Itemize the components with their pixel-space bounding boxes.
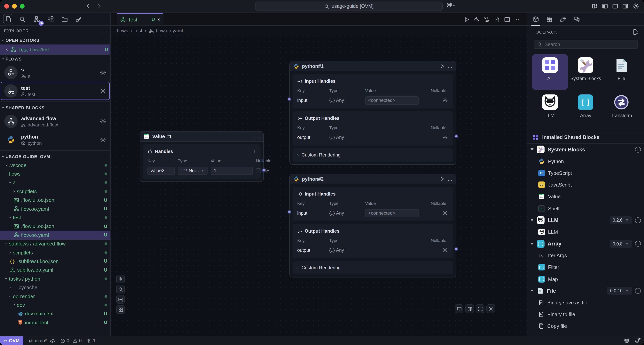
info-icon[interactable]: i: [635, 147, 641, 152]
gear-icon[interactable]: [442, 247, 448, 253]
group-system-blocks[interactable]: System Blocks i: [527, 144, 644, 155]
run-flow-icon[interactable]: [464, 16, 470, 23]
assistant-menu[interactable]: ›: [446, 2, 455, 9]
node-menu-icon[interactable]: …: [255, 134, 260, 139]
node-header[interactable]: python#1 …: [290, 61, 456, 71]
remote-indicator[interactable]: >< OVM: [0, 336, 24, 345]
search-activity-button[interactable]: [17, 14, 27, 24]
blocks-activity-button[interactable]: [45, 14, 56, 24]
file-row[interactable]: flow.oo.yamlU: [0, 204, 110, 213]
group-file[interactable]: File 0.0.10▼ i: [527, 285, 644, 297]
folder-row[interactable]: ›scriptlets: [0, 248, 110, 257]
tab-test[interactable]: Test U ×: [117, 13, 164, 25]
file-row[interactable]: .flow.ui.oo.jsonU: [0, 196, 110, 204]
block-iter-args[interactable]: [x]Iter Args: [527, 250, 644, 261]
tab-close-icon[interactable]: ×: [157, 17, 160, 22]
collapse-arrow-icon[interactable]: [530, 148, 534, 151]
ports-indicator[interactable]: 1: [86, 338, 96, 343]
gear-icon[interactable]: [100, 118, 106, 125]
folder-row[interactable]: ›test: [0, 213, 110, 222]
open-editor-item-test[interactable]: × Test flows/test U: [0, 45, 110, 55]
fox-assistant-icon[interactable]: [624, 338, 630, 344]
info-icon[interactable]: i: [635, 241, 641, 247]
category-array[interactable]: [ ] Array: [568, 91, 604, 127]
category-system-blocks[interactable]: System Blocks: [568, 54, 604, 90]
node-header[interactable]: python#2 …: [290, 174, 456, 184]
rerun-icon[interactable]: [474, 16, 480, 23]
problems-indicator[interactable]: 0 0: [60, 338, 82, 343]
file-row[interactable]: .flow.ui.oo.jsonU: [0, 222, 110, 231]
block-value[interactable]: Value: [527, 191, 644, 203]
breadcrumb-file[interactable]: flow.oo.yaml: [156, 28, 183, 34]
notifications-bell[interactable]: [634, 338, 640, 344]
folder-row[interactable]: ›dev: [0, 301, 110, 309]
export-icon[interactable]: [494, 16, 500, 23]
command-center[interactable]: usage-guide [OVM]: [255, 2, 443, 11]
block-llm[interactable]: LLM: [527, 226, 644, 238]
minimap-button[interactable]: [465, 304, 474, 313]
zoom-window-button[interactable]: [20, 4, 24, 9]
handle-key-input[interactable]: [148, 166, 175, 175]
gear-icon[interactable]: [442, 135, 448, 140]
input-port[interactable]: [288, 97, 292, 101]
run-node-icon[interactable]: [440, 176, 444, 181]
handle-value-connected[interactable]: <connected>: [365, 209, 419, 217]
node-value-1[interactable]: Value #1 … Handles + KeyType: [140, 131, 264, 182]
canvas-settings-button[interactable]: [486, 304, 495, 313]
chat-tab[interactable]: [572, 15, 581, 24]
flows-activity-button[interactable]: 36: [31, 14, 41, 24]
back-icon[interactable]: [85, 3, 91, 9]
preview-button[interactable]: [455, 304, 464, 313]
explorer-activity-button[interactable]: [3, 14, 13, 24]
run-node-icon[interactable]: [440, 64, 444, 69]
add-handle-icon[interactable]: +: [252, 148, 256, 155]
file-row-selected[interactable]: flow.oo.yamlU: [0, 231, 110, 239]
file-row[interactable]: subflow.oo.yamlU: [0, 266, 110, 274]
breadcrumb-flows[interactable]: flows: [117, 28, 128, 34]
minimize-window-button[interactable]: [12, 4, 17, 9]
custom-rendering-section[interactable]: › Custom Rendering: [292, 148, 453, 162]
node-menu-icon[interactable]: …: [448, 176, 452, 182]
collapse-arrow-icon[interactable]: [530, 290, 534, 292]
more-actions-icon[interactable]: ···: [514, 17, 519, 22]
store-tab[interactable]: [544, 15, 554, 24]
block-shell[interactable]: >_Shell: [527, 203, 644, 214]
close-icon[interactable]: ×: [6, 47, 8, 52]
category-file[interactable]: File: [604, 54, 639, 90]
gear-icon[interactable]: [100, 70, 106, 76]
toolpack-search[interactable]: [534, 40, 638, 49]
handle-type-select[interactable]: ¹²³ Nu…▼: [178, 166, 208, 175]
file-row[interactable]: index.htmlU: [0, 318, 110, 327]
gear-icon[interactable]: [100, 88, 106, 94]
info-icon[interactable]: i: [635, 217, 641, 223]
toggle-panel-icon[interactable]: [612, 3, 618, 9]
flows-section[interactable]: › FLOWS: [0, 55, 110, 63]
compare-flow-icon[interactable]: [484, 16, 490, 23]
breadcrumb-test[interactable]: test: [134, 28, 142, 34]
handle-value-input[interactable]: [211, 166, 253, 175]
split-editor-icon[interactable]: [504, 16, 510, 23]
custom-rendering-section[interactable]: › Custom Rendering: [292, 261, 453, 274]
node-python-2[interactable]: python#2 … Input Handles KeyType ValueNu…: [290, 174, 456, 277]
flow-canvas[interactable]: Value #1 … Handles + KeyType: [111, 36, 527, 336]
version-select[interactable]: 0.0.10▼: [607, 287, 632, 295]
overview-button[interactable]: [116, 305, 125, 314]
new-block-icon[interactable]: [632, 29, 638, 35]
gear-icon[interactable]: [442, 98, 448, 103]
shared-card-python[interactable]: python python: [1, 131, 110, 149]
block-javascript[interactable]: JSJavaScript: [527, 179, 644, 191]
file-row[interactable]: { }.subflow.ui.oo.jsonU: [0, 257, 110, 266]
node-python-1[interactable]: python#1 … Input Handles KeyType ValueNu…: [290, 61, 456, 165]
open-editors-section[interactable]: › OPEN EDITORS: [0, 36, 110, 45]
deploy-tab[interactable]: [558, 15, 568, 24]
folder-row[interactable]: ›.vscode: [0, 161, 110, 170]
folder-row[interactable]: ›a: [0, 178, 110, 187]
gear-icon[interactable]: [442, 210, 448, 216]
block-filter[interactable]: [ ]Filter: [527, 261, 644, 273]
block-map[interactable]: [ ]Map: [527, 273, 644, 285]
toggle-sidebar-icon[interactable]: [602, 3, 608, 9]
nullable-checkbox[interactable]: [256, 168, 261, 173]
file-row[interactable]: dev.main.tsxU: [0, 309, 110, 318]
shared-blocks-section[interactable]: › SHARED BLOCKS: [0, 103, 110, 112]
folder-row[interactable]: ›subflows / advanced-flow: [0, 239, 110, 248]
